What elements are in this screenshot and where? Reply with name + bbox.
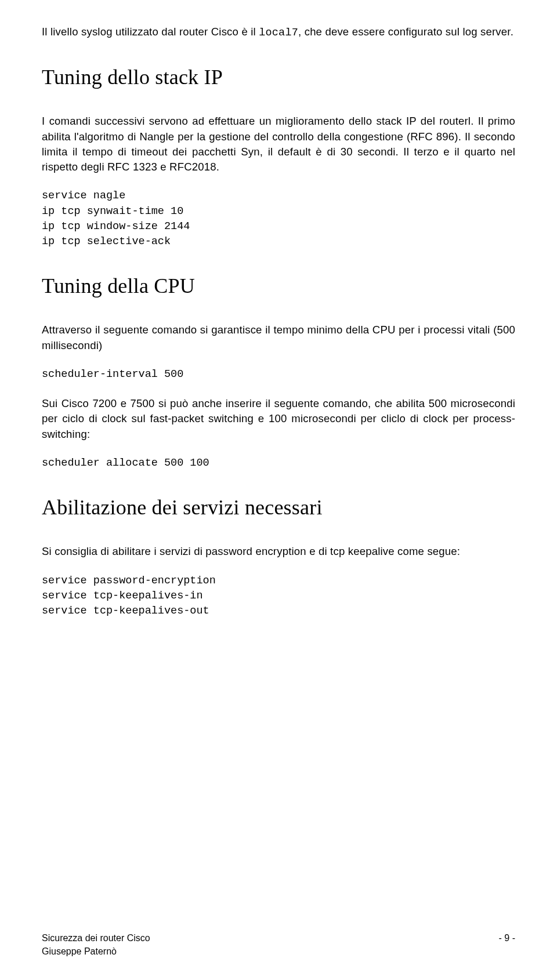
tuning-ip-paragraph: I comandi successivi servono ad effettua… (42, 114, 515, 175)
intro-text-post: , che deve essere configurato sul log se… (298, 26, 513, 38)
servizi-paragraph: Si consiglia di abilitare i servizi di p… (42, 544, 515, 559)
tuning-cpu-paragraph-1: Attraverso il seguente comando si garant… (42, 322, 515, 353)
footer-page-number: - 9 - (499, 932, 515, 945)
tuning-cpu-code-2: scheduler allocate 500 100 (42, 456, 515, 471)
heading-abilitazione-servizi: Abilitazione dei servizi necessari (42, 495, 515, 520)
servizi-code-block: service password-encryption service tcp-… (42, 574, 515, 619)
tuning-cpu-code-1: scheduler-interval 500 (42, 367, 515, 382)
intro-text-pre: Il livello syslog utilizzato dal router … (42, 26, 259, 38)
footer-left-block: Sicurezza dei router Cisco Giuseppe Pate… (42, 932, 150, 958)
footer-author: Giuseppe Paternò (42, 945, 150, 958)
page-footer: Sicurezza dei router Cisco Giuseppe Pate… (42, 932, 515, 958)
intro-code-local7: local7 (259, 27, 298, 39)
intro-paragraph: Il livello syslog utilizzato dal router … (42, 24, 515, 41)
heading-tuning-cpu: Tuning della CPU (42, 274, 515, 298)
tuning-cpu-paragraph-2: Sui Cisco 7200 e 7500 si può anche inser… (42, 396, 515, 442)
footer-doc-title: Sicurezza dei router Cisco (42, 932, 150, 945)
heading-tuning-stack-ip: Tuning dello stack IP (42, 65, 515, 89)
tuning-ip-code-block: service nagle ip tcp synwait-time 10 ip … (42, 188, 515, 249)
